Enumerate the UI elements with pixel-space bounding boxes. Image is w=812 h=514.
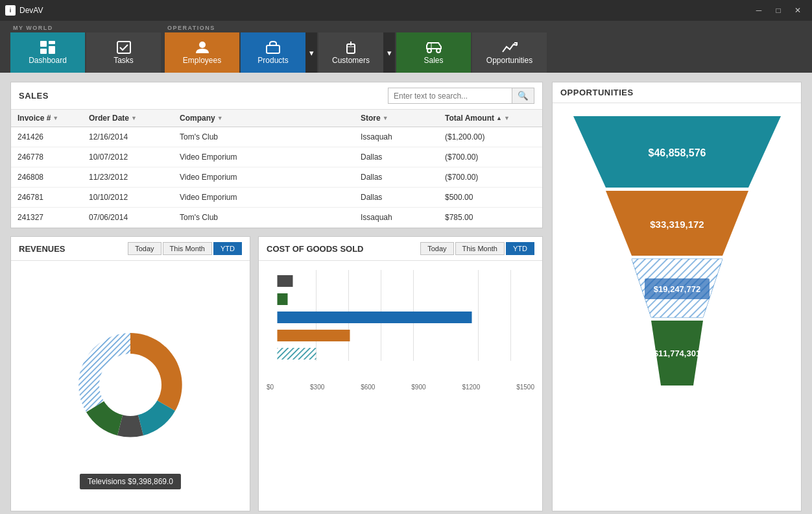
svg-rect-22 (278, 275, 293, 287)
sales-search[interactable]: 🔍 (388, 88, 534, 104)
sales-icon (425, 40, 442, 55)
svg-text:$19,247,772: $19,247,772 (653, 284, 700, 294)
nav-tile-products[interactable]: Products (241, 32, 305, 73)
cogs-btn-group: Today This Month YTD (420, 242, 534, 255)
products-icon (265, 40, 281, 55)
employees-icon (195, 40, 210, 55)
customers-label: Customers (332, 56, 370, 65)
cogs-btn-today[interactable]: Today (420, 242, 453, 255)
cogs-panel: COST OF GOODS SOLD Today This Month YTD (258, 236, 543, 511)
svg-rect-2 (40, 49, 47, 54)
nav-tile-employees[interactable]: Employees (165, 32, 239, 73)
search-button[interactable]: 🔍 (512, 88, 534, 103)
td-store: Issaquah (354, 208, 438, 227)
td-amount: $785.00 (438, 208, 542, 227)
revenues-chart: Televisions $9,398,869.0 (11, 261, 250, 509)
filter-icon-invoice[interactable]: ▼ (53, 115, 58, 121)
svg-rect-26 (278, 348, 316, 360)
svg-point-5 (199, 42, 206, 48)
td-date: 11/23/2012 (82, 167, 173, 187)
td-amount: $500.00 (438, 188, 542, 207)
my-world-section: MY WORLD Dashboard (10, 23, 161, 73)
axis-label-1200: $1200 (462, 384, 480, 391)
th-company: Company ▼ (173, 110, 354, 127)
filter-icon-company[interactable]: ▼ (217, 115, 223, 121)
products-arrow[interactable]: ▾ (305, 32, 317, 73)
axis-label-0: $0 (267, 384, 274, 391)
left-panel: SALES 🔍 Invoice # ▼ Order Date ▼ Company (10, 82, 543, 511)
my-world-label: MY WORLD (10, 23, 161, 32)
bar-chart-svg (267, 270, 534, 380)
td-invoice: 246778 (11, 147, 82, 167)
cogs-header: COST OF GOODS SOLD Today This Month YTD (259, 237, 542, 261)
td-invoice: 246808 (11, 167, 82, 187)
titlebar-controls[interactable]: ─ □ ✕ (750, 4, 807, 17)
revenues-panel: REVENUES Today This Month YTD (10, 236, 250, 511)
bottom-panels: REVENUES Today This Month YTD (10, 236, 543, 511)
operations-label: OPERATIONS (165, 23, 547, 32)
bar-chart-axis: $0 $300 $600 $900 $1200 $1500 (267, 384, 534, 391)
donut-tooltip: Televisions $9,398,869.0 (80, 474, 181, 489)
funnel-chart: $46,858,576 $33,319,172 $19,247,772 $11,… (567, 116, 787, 441)
td-amount: ($700.00) (438, 167, 542, 187)
td-date: 12/16/2014 (82, 127, 173, 147)
revenues-btn-ytd[interactable]: YTD (213, 242, 242, 255)
td-invoice: 246781 (11, 188, 82, 207)
td-company: Tom's Club (173, 127, 354, 147)
table-row[interactable]: 246778 10/07/2012 Video Emporium Dallas … (11, 147, 542, 167)
cogs-title: COST OF GOODS SOLD (267, 244, 364, 254)
th-invoice: Invoice # ▼ (11, 110, 82, 127)
filter-icon-store[interactable]: ▼ (383, 115, 388, 121)
customers-icon (343, 40, 359, 55)
nav-tile-sales[interactable]: Sales (396, 32, 471, 73)
sort-icon-amount[interactable]: ▲ (496, 115, 502, 121)
revenues-title: REVENUES (19, 244, 66, 254)
revenues-btn-group: Today This Month YTD (128, 242, 242, 255)
cogs-btn-month[interactable]: This Month (455, 242, 505, 255)
table-row[interactable]: 241426 12/16/2014 Tom's Club Issaquah ($… (11, 127, 542, 147)
titlebar: i DevAV ─ □ ✕ (0, 0, 812, 21)
dashboard-label: Dashboard (29, 56, 67, 65)
svg-rect-1 (49, 41, 55, 44)
app-logo: i (5, 5, 16, 16)
sales-panel: SALES 🔍 Invoice # ▼ Order Date ▼ Company (10, 82, 543, 228)
cogs-btn-ytd[interactable]: YTD (506, 242, 534, 255)
td-date: 07/06/2014 (82, 208, 173, 227)
td-store: Dallas (354, 167, 438, 187)
cogs-chart: $0 $300 $600 $900 $1200 $1500 (259, 261, 542, 396)
td-invoice: 241426 (11, 127, 82, 147)
nav-tile-customers-wrapper: Customers ▾ (318, 32, 395, 73)
nav-tile-dashboard[interactable]: Dashboard (10, 32, 85, 73)
employees-label: Employees (183, 56, 221, 65)
revenues-header: REVENUES Today This Month YTD (11, 237, 250, 261)
nav-tile-opportunities[interactable]: Opportunities (472, 32, 547, 73)
customers-arrow[interactable]: ▾ (383, 32, 395, 73)
main-content: SALES 🔍 Invoice # ▼ Order Date ▼ Company (0, 73, 812, 514)
search-input[interactable] (388, 89, 512, 103)
filter-icon-amount[interactable]: ▼ (504, 115, 510, 121)
td-company: Video Emporium (173, 188, 354, 207)
dashboard-icon (40, 40, 56, 55)
table-row[interactable]: 241327 07/06/2014 Tom's Club Issaquah $7… (11, 208, 542, 228)
nav-tile-tasks[interactable]: Tasks (86, 32, 161, 73)
td-date: 10/10/2012 (82, 188, 173, 207)
svg-rect-24 (278, 312, 472, 323)
table-header: Invoice # ▼ Order Date ▼ Company ▼ Store… (11, 110, 542, 127)
filter-icon-date[interactable]: ▼ (131, 115, 137, 121)
operations-section: OPERATIONS Employees (165, 23, 547, 73)
nav-tile-customers[interactable]: Customers (318, 32, 383, 73)
table-row[interactable]: 246781 10/10/2012 Video Emporium Dallas … (11, 188, 542, 208)
axis-label-300: $300 (310, 384, 324, 391)
opportunities-icon (501, 40, 518, 55)
td-amount: ($700.00) (438, 147, 542, 167)
td-company: Video Emporium (173, 147, 354, 167)
close-button[interactable]: ✕ (789, 4, 807, 17)
maximize-button[interactable]: □ (769, 4, 787, 17)
table-body: 241426 12/16/2014 Tom's Club Issaquah ($… (11, 127, 542, 228)
minimize-button[interactable]: ─ (750, 4, 768, 17)
table-row[interactable]: 246808 11/23/2012 Video Emporium Dallas … (11, 167, 542, 188)
donut-chart (33, 320, 228, 450)
svg-rect-0 (40, 41, 47, 47)
revenues-btn-today[interactable]: Today (128, 242, 161, 255)
revenues-btn-month[interactable]: This Month (163, 242, 212, 255)
